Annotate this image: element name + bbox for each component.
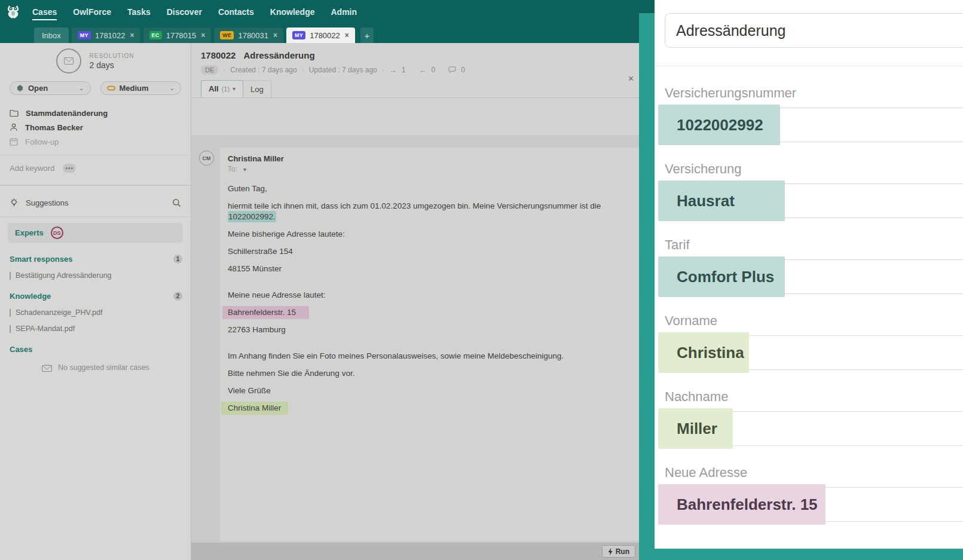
field-input[interactable]: 1022002992 bbox=[665, 108, 963, 142]
field-input[interactable]: Bahrenfelderstr. 15 bbox=[665, 487, 963, 522]
email-sender: Christina Miller bbox=[228, 154, 627, 163]
highlight-neue-adresse[interactable]: Bahrenfelderstr. 15 bbox=[222, 306, 309, 319]
knowledge-item[interactable]: Schadenanzeige_PHV.pdf bbox=[0, 308, 191, 317]
assignee-row[interactable]: Thomas Becker bbox=[10, 120, 181, 134]
item-bar-icon bbox=[10, 309, 11, 317]
knowledge-title[interactable]: Knowledge bbox=[10, 292, 51, 301]
field-input[interactable]: Miller bbox=[665, 411, 963, 446]
field-value-highlight[interactable]: Hausrat bbox=[658, 180, 785, 221]
field-value-highlight[interactable]: Comfort Plus bbox=[658, 256, 785, 297]
nav-item-discover[interactable]: Discover bbox=[167, 4, 202, 20]
email-to-label: To: bbox=[228, 165, 237, 173]
suggestions-title: Suggestions bbox=[26, 198, 165, 207]
panel-content: Versicherungsnummer 1022002992 Versicher… bbox=[655, 0, 963, 549]
priority-medium-icon bbox=[107, 85, 115, 91]
tab-case-1780022-active[interactable]: MY 1780022 × bbox=[286, 27, 355, 43]
knowledge-count: 2 bbox=[173, 292, 182, 301]
field-label: Tarif bbox=[665, 237, 963, 253]
case-id: 1780022 bbox=[201, 50, 236, 60]
folder-icon bbox=[10, 109, 19, 117]
close-tab-icon[interactable]: × bbox=[273, 31, 277, 39]
case-type-badge: MY bbox=[292, 31, 305, 39]
close-tab-icon[interactable]: × bbox=[345, 31, 349, 39]
extraction-panel: Versicherungsnummer 1022002992 Versicher… bbox=[639, 0, 963, 560]
nav-item-contacts[interactable]: Contacts bbox=[218, 4, 254, 20]
sent-arrow-icon: → bbox=[389, 66, 397, 75]
panel-bottom-border bbox=[655, 549, 963, 560]
field-value-highlight[interactable]: Christina bbox=[658, 332, 749, 373]
lightning-icon bbox=[608, 548, 613, 555]
field-input[interactable]: Comfort Plus bbox=[665, 259, 963, 294]
experts-row[interactable]: Experts DS bbox=[8, 223, 183, 243]
new-tab-button[interactable]: + bbox=[360, 27, 374, 43]
person-icon bbox=[10, 123, 18, 131]
email-body: Guten Tag, hiermit teile ich ihnen mit, … bbox=[228, 183, 627, 414]
nav-items: Cases OwlForce Tasks Discover Contacts K… bbox=[32, 4, 357, 20]
case-main: 1780022 Adressänderung DE · Created : 7 … bbox=[191, 43, 639, 560]
sent-count: 1 bbox=[402, 66, 406, 74]
field-label: Neue Adresse bbox=[665, 465, 963, 481]
add-keyword-label: Add keyword bbox=[10, 164, 54, 173]
field-input[interactable]: Christina bbox=[665, 335, 963, 370]
collapse-panel-icon[interactable]: ✕ bbox=[628, 74, 634, 83]
highlight-versicherungsnummer[interactable]: 1022002992. bbox=[228, 211, 276, 222]
field-value-highlight[interactable]: 1022002992 bbox=[658, 105, 780, 145]
keyword-options-button[interactable]: ••• bbox=[63, 164, 76, 173]
main-bottom-bar: Run bbox=[191, 543, 639, 560]
nav-item-knowledge[interactable]: Knowledge bbox=[270, 4, 315, 20]
tab-case-1780031[interactable]: WE 1780031 × bbox=[214, 27, 283, 43]
knowledge-item[interactable]: SEPA-Mandat.pdf bbox=[0, 325, 191, 333]
field-tarif: Tarif Comfort Plus bbox=[665, 237, 963, 294]
tab-all[interactable]: All (1) ▾ bbox=[201, 80, 243, 97]
nav-item-owlforce[interactable]: OwlForce bbox=[73, 4, 111, 20]
tab-log[interactable]: Log bbox=[243, 80, 271, 97]
panel-title-field[interactable] bbox=[665, 13, 963, 48]
follow-up-row[interactable]: Follow-up bbox=[10, 134, 181, 149]
panel-separator bbox=[655, 66, 963, 66]
nav-item-admin[interactable]: Admin bbox=[331, 4, 357, 20]
tab-case-1778015[interactable]: EC 1778015 × bbox=[143, 27, 212, 43]
sender-avatar: CM bbox=[199, 151, 214, 166]
smart-response-item[interactable]: Bestätigung Adressänderung bbox=[0, 271, 191, 280]
field-value-highlight[interactable]: Miller bbox=[658, 408, 733, 449]
updated-label: Updated : 7 days ago bbox=[309, 66, 377, 74]
field-value-highlight[interactable]: Bahrenfelderstr. 15 bbox=[658, 484, 826, 525]
calendar-icon bbox=[10, 137, 18, 146]
field-label: Versicherung bbox=[665, 161, 963, 177]
run-button[interactable]: Run bbox=[602, 545, 635, 558]
nav-item-cases[interactable]: Cases bbox=[32, 4, 57, 20]
status-dropdown[interactable]: Open ⌄ bbox=[10, 81, 91, 95]
tab-case-1781022[interactable]: MY 1781022 × bbox=[72, 27, 140, 43]
nav-item-tasks[interactable]: Tasks bbox=[127, 4, 151, 20]
case-sidebar: RESOLUTION 2 days Open ⌄ Medium bbox=[0, 43, 191, 560]
field-label: Versicherungsnummer bbox=[665, 85, 963, 101]
case-type-badge: WE bbox=[220, 31, 234, 39]
no-similar-cases: No suggested similar cases bbox=[0, 363, 191, 372]
field-neue-adresse: Neue Adresse Bahrenfelderstr. 15 bbox=[665, 465, 963, 522]
highlight-sender-name[interactable]: Christina Miller bbox=[221, 402, 288, 415]
priority-dropdown[interactable]: Medium ⌄ bbox=[100, 81, 182, 95]
close-tab-icon[interactable]: × bbox=[201, 31, 205, 39]
close-tab-icon[interactable]: × bbox=[130, 31, 134, 39]
panel-title-input[interactable] bbox=[676, 22, 949, 39]
received-arrow-icon: ← bbox=[418, 66, 426, 75]
status-tag-icon bbox=[16, 84, 24, 92]
received-count: 0 bbox=[431, 66, 435, 74]
case-category-row[interactable]: Stammdatenänderung bbox=[10, 106, 181, 120]
field-versicherungsnummer: Versicherungsnummer 1022002992 bbox=[665, 85, 963, 142]
comment-bubble-icon bbox=[448, 66, 456, 74]
cases-section-title[interactable]: Cases bbox=[10, 345, 32, 354]
field-label: Vorname bbox=[665, 313, 963, 329]
panel-left-border bbox=[639, 13, 655, 560]
case-tab-bar: Inbox MY 1781022 × EC 1778015 × WE 17800… bbox=[0, 24, 639, 43]
owl-logo-icon bbox=[5, 4, 21, 20]
expert-ds-avatar[interactable]: DS bbox=[51, 227, 63, 239]
owl-logo[interactable] bbox=[0, 0, 26, 24]
tab-inbox[interactable]: Inbox bbox=[34, 27, 69, 43]
case-title: Adressänderung bbox=[243, 50, 314, 60]
field-input[interactable]: Hausrat bbox=[665, 183, 963, 218]
smart-responses-title[interactable]: Smart responses bbox=[10, 255, 73, 264]
search-icon[interactable] bbox=[172, 198, 181, 207]
resolution-value: 2 days bbox=[89, 60, 134, 70]
caret-down-icon[interactable]: ▾ bbox=[243, 166, 246, 173]
